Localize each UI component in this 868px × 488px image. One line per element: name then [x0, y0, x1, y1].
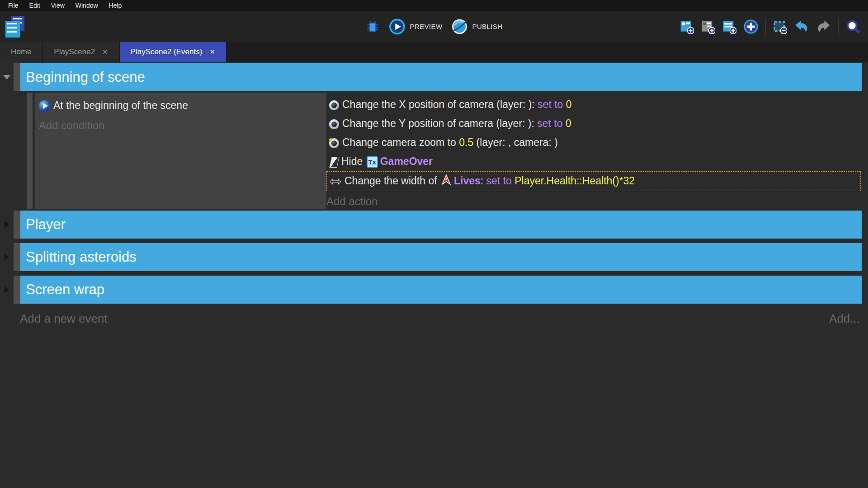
action-text: Hide — [341, 155, 366, 167]
collapse-arrow-icon[interactable] — [5, 286, 9, 293]
menu-file[interactable]: File — [3, 0, 24, 11]
width-arrows-icon — [330, 173, 341, 191]
action-text: Change the X position of camera (layer: … — [342, 99, 538, 110]
action-camera-zoom[interactable]: Change camera zoom to 0.5 (layer: , came… — [326, 133, 861, 152]
publish-label: PUBLISH — [472, 23, 502, 30]
toolbar-separator — [838, 19, 839, 35]
group-drag-handle[interactable] — [14, 243, 20, 271]
visibility-icon — [329, 157, 339, 168]
add-condition-link[interactable]: Add condition — [39, 118, 321, 133]
sheet-footer: Add a new event Add... — [0, 312, 862, 326]
menu-view[interactable]: View — [46, 0, 70, 11]
group-title[interactable]: Beginning of scene — [20, 63, 862, 91]
tab-playscene2-events-label: PlayScene2 (Events) — [131, 47, 203, 56]
app-logo-icon — [5, 16, 24, 38]
action-hide-gameover[interactable]: Hide TxGameOver — [326, 152, 861, 171]
publish-globe-icon — [451, 19, 467, 35]
group-title[interactable]: Splitting asteroids — [20, 243, 862, 271]
action-keyword: set to — [538, 99, 563, 110]
tab-home-label: Home — [11, 47, 31, 56]
add-event-icon[interactable] — [679, 19, 694, 34]
tab-bar: Home PlayScene2 ✕ PlayScene2 (Events) ✕ — [0, 42, 868, 62]
menu-edit[interactable]: Edit — [24, 0, 46, 11]
events-sheet: Beginning of scene At the beginning of t… — [0, 62, 868, 326]
group-drag-handle[interactable] — [14, 211, 20, 239]
object-name: GameOver — [380, 155, 433, 167]
action-text: Change the Y position of camera (layer: … — [342, 117, 537, 129]
group-drag-handle[interactable] — [14, 276, 20, 304]
preview-label: PREVIEW — [410, 23, 443, 30]
group-title[interactable]: Screen wrap — [20, 276, 862, 304]
group-beginning-of-scene-header[interactable]: Beginning of scene — [0, 63, 862, 91]
camera-icon — [329, 100, 339, 110]
action-text: Change the width of — [344, 175, 440, 187]
condition-at-beginning[interactable]: At the beginning of the scene — [39, 96, 321, 115]
group-splitting-asteroids-header[interactable]: Splitting asteroids — [0, 243, 862, 271]
actions-panel: Change the X position of camera (layer: … — [326, 93, 862, 209]
preview-play-icon — [389, 19, 406, 35]
add-more-link[interactable]: Add... — [829, 312, 860, 326]
camera-icon — [329, 138, 339, 148]
action-text: (layer: , camera: ) — [473, 136, 558, 148]
group-drag-handle[interactable] — [14, 63, 20, 91]
add-new-event-link[interactable]: Add a new event — [20, 312, 108, 326]
tab-playscene2-events[interactable]: PlayScene2 (Events) ✕ — [120, 42, 226, 62]
action-keyword: set to — [486, 175, 512, 187]
condition-text: At the beginning of the scene — [53, 99, 188, 111]
action-value: 0 — [563, 99, 571, 110]
expand-arrow-icon[interactable] — [3, 75, 10, 80]
publish-button[interactable]: PUBLISH — [451, 19, 502, 35]
tab-playscene2[interactable]: PlayScene2 ✕ — [43, 42, 118, 62]
action-keyword: set to — [537, 117, 562, 129]
add-comment-icon[interactable] — [722, 19, 736, 34]
close-icon[interactable]: ✕ — [209, 48, 215, 56]
menu-bar: File Edit View Window Help — [0, 0, 868, 11]
camera-icon — [329, 119, 339, 129]
add-subevent-icon[interactable] — [701, 19, 715, 34]
debugger-icon[interactable] — [366, 19, 380, 34]
conditions-panel: At the beginning of the scene Add condit… — [35, 93, 326, 209]
tab-playscene2-label: PlayScene2 — [54, 47, 95, 56]
undo-icon[interactable] — [794, 19, 809, 34]
action-expression: Player.Health::Health()*32 — [512, 175, 635, 187]
object-name: Lives — [454, 175, 481, 187]
event-beginning-of-scene: At the beginning of the scene Add condit… — [27, 93, 862, 209]
group-player-header[interactable]: Player — [0, 211, 862, 239]
toolbar-separator — [765, 19, 766, 35]
collapse-arrow-icon[interactable] — [5, 253, 9, 261]
action-change-width-lives[interactable]: Change the width of Lives: set to Player… — [326, 171, 861, 191]
close-icon[interactable]: ✕ — [102, 48, 108, 56]
text-object-icon: Tx — [367, 156, 378, 168]
action-value: 0.5 — [459, 136, 473, 148]
tab-home[interactable]: Home — [0, 42, 42, 62]
add-action-link[interactable]: Add action — [326, 194, 861, 209]
search-icon[interactable] — [845, 19, 861, 34]
preview-button[interactable]: PREVIEW — [389, 19, 443, 35]
event-drag-handle[interactable] — [27, 93, 33, 209]
redo-icon[interactable] — [816, 19, 831, 34]
collapse-arrow-icon[interactable] — [5, 221, 9, 228]
begin-scene-orb-icon — [39, 100, 50, 112]
action-text: : — [481, 175, 486, 187]
delete-selection-icon[interactable] — [773, 19, 787, 34]
action-text: Change camera zoom to — [342, 136, 459, 148]
main-toolbar: PREVIEW PUBLISH — [0, 11, 868, 42]
action-camera-y[interactable]: Change the Y position of camera (layer: … — [326, 114, 861, 133]
action-camera-x[interactable]: Change the X position of camera (layer: … — [326, 95, 861, 114]
menu-window[interactable]: Window — [70, 0, 104, 11]
ship-object-icon — [441, 173, 452, 191]
group-title[interactable]: Player — [20, 211, 862, 239]
group-screen-wrap-header[interactable]: Screen wrap — [0, 276, 862, 304]
add-other-icon[interactable] — [743, 19, 759, 34]
action-value: 0 — [563, 117, 571, 129]
menu-help[interactable]: Help — [104, 0, 127, 11]
